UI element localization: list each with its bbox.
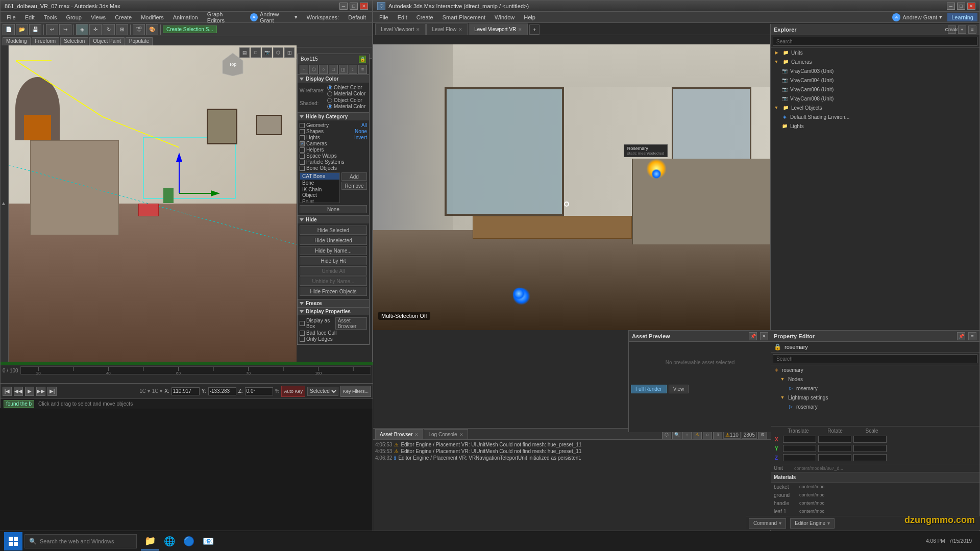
panel-icon-2[interactable]: ⬡ xyxy=(309,65,318,74)
explorer-search[interactable] xyxy=(773,37,977,46)
bone-list[interactable]: CAT Bone Bone IK Chain Object Point xyxy=(300,172,340,203)
tab-close-1[interactable]: ✕ xyxy=(416,27,420,32)
shapes-check[interactable]: Shapes xyxy=(300,129,324,134)
taskbar-file-explorer[interactable]: 📁 xyxy=(141,532,159,550)
tab-level-vr[interactable]: Level Viewport VR ✕ xyxy=(469,23,528,35)
create-selection-btn[interactable]: Create Selection S... xyxy=(163,26,217,33)
render-btn[interactable]: 🎬 xyxy=(133,24,145,35)
prop-tree-root[interactable]: ◈ rosemary xyxy=(771,365,979,374)
save-btn[interactable]: 💾 xyxy=(29,24,41,35)
move-btn[interactable]: ✛ xyxy=(89,24,102,35)
menu-views[interactable]: Views xyxy=(87,13,110,21)
bone-item-ik[interactable]: IK Chain Object xyxy=(300,186,339,198)
lights-checkbox[interactable] xyxy=(300,135,305,140)
menu-create[interactable]: Create xyxy=(111,13,136,21)
geometry-checkbox[interactable] xyxy=(300,123,305,128)
lights-check[interactable]: Lights xyxy=(300,135,320,140)
hide-unselected-btn[interactable]: Hide Unselected xyxy=(300,236,367,245)
none-bone-btn[interactable]: None xyxy=(300,205,367,213)
full-render-btn[interactable]: Full Render xyxy=(631,385,667,393)
helpers-checkbox[interactable] xyxy=(300,147,305,153)
tree-item-cam4[interactable]: 📷 VrayCam008 (Unit) xyxy=(771,94,979,103)
tree-item-lights[interactable]: 📁 Lights xyxy=(771,121,979,131)
r-menu-edit[interactable]: Edit xyxy=(394,13,411,21)
right-maximize-btn[interactable]: □ xyxy=(957,3,965,10)
tab-level-viewport[interactable]: Level Viewport ✕ xyxy=(375,23,426,35)
particle-check[interactable]: Particle Systems xyxy=(300,159,344,165)
explorer-menu-btn[interactable]: ≡ xyxy=(968,26,976,34)
panel-icon-5[interactable]: ◫ xyxy=(339,65,348,74)
scale-btn[interactable]: ⊞ xyxy=(116,24,128,35)
translate-y-input[interactable]: 2.591 xyxy=(783,445,816,452)
menu-edit[interactable]: Edit xyxy=(21,13,39,21)
tab-level-flow[interactable]: Level Flow ✕ xyxy=(426,23,468,35)
scale-x-input[interactable]: 0.8733 xyxy=(853,436,887,443)
right-minimize-btn[interactable]: ─ xyxy=(947,3,955,10)
vp-wireframe-btn[interactable]: □ xyxy=(251,47,261,58)
panel-icon-1[interactable]: + xyxy=(300,65,308,74)
log-tab-close[interactable]: ✕ xyxy=(459,432,463,437)
minimize-button[interactable]: ─ xyxy=(339,3,348,10)
freeform-btn[interactable]: Freeform xyxy=(32,37,60,46)
windows-start-btn[interactable] xyxy=(4,532,22,550)
freeze-header[interactable]: Freeze xyxy=(298,299,369,307)
bone-item-bone[interactable]: Bone xyxy=(300,180,339,186)
bottom-tab-log[interactable]: Log Console ✕ xyxy=(424,429,468,439)
hide-by-hit-btn[interactable]: Hide by Hit xyxy=(300,256,367,265)
add-bone-btn[interactable]: Add xyxy=(341,172,367,181)
new-btn[interactable]: 📄 xyxy=(3,24,15,35)
menu-modifiers[interactable]: Modifiers xyxy=(137,13,168,21)
hide-frozen-btn[interactable]: Hide Frozen Objects xyxy=(300,287,367,296)
menu-tools[interactable]: Tools xyxy=(40,13,61,21)
menu-animation[interactable]: Animation xyxy=(169,13,202,21)
prev-key-btn[interactable]: ◀◀ xyxy=(14,387,23,396)
translate-x-input[interactable]: -1.34 xyxy=(783,436,816,443)
r-menu-smart[interactable]: Smart Placement xyxy=(438,13,489,21)
key-filters-btn[interactable]: Key Filters... xyxy=(340,386,371,397)
display-color-header[interactable]: Display Color xyxy=(298,74,369,83)
shaded-option-2[interactable]: Material Color xyxy=(327,104,365,109)
shapes-checkbox[interactable] xyxy=(300,129,305,134)
geometry-check[interactable]: Geometry xyxy=(300,122,329,128)
radio-obj-color-1[interactable] xyxy=(327,85,332,90)
tab-close-2[interactable]: ✕ xyxy=(458,27,462,32)
tree-item-cameras[interactable]: ▼ 📁 Cameras xyxy=(771,57,979,66)
radio-mat-color-1[interactable] xyxy=(327,91,332,96)
shaded-option-1[interactable]: Object Color xyxy=(327,97,365,103)
next-key-btn[interactable]: ▶▶ xyxy=(36,387,45,396)
bottom-tab-asset[interactable]: Asset Browser ✕ xyxy=(375,429,423,439)
menu-group[interactable]: Group xyxy=(62,13,86,21)
modeling-btn[interactable]: Modeling xyxy=(3,37,31,46)
shapes-none-btn[interactable]: None xyxy=(355,129,367,134)
prop-tree-node-item[interactable]: ▷ rosemary xyxy=(771,384,979,393)
rotate-btn[interactable]: ↻ xyxy=(103,24,115,35)
spacewarps-checkbox[interactable] xyxy=(300,154,305,159)
tree-item-level-objects[interactable]: ▼ 📁 Level Objects xyxy=(771,103,979,112)
bone-objects-checkbox[interactable] xyxy=(300,166,305,171)
r-user-account[interactable]: A Andrew Grant ▾ xyxy=(888,12,946,22)
wireframe-option-2[interactable]: Material Color xyxy=(327,91,365,96)
geometry-all-btn[interactable]: All xyxy=(361,122,367,128)
wireframe-option-1[interactable]: Object Color xyxy=(327,85,365,90)
play-btn[interactable]: ▶ xyxy=(25,387,34,396)
tab-close-3[interactable]: ✕ xyxy=(518,27,522,32)
left-viewport[interactable]: [+][Perspective][Standard][Default Shadi… xyxy=(1,45,297,362)
backface-cull-checkbox[interactable] xyxy=(300,331,305,336)
edges-only-row[interactable]: Only Edges xyxy=(300,336,367,342)
vp-render-btn[interactable]: ⬡ xyxy=(273,47,283,58)
menu-file[interactable]: File xyxy=(3,13,20,21)
prop-search-input[interactable] xyxy=(773,354,977,363)
spacewarps-check[interactable]: Space Warps xyxy=(300,153,337,159)
vp-camera-btn[interactable]: 📷 xyxy=(262,47,272,58)
prop-editor-pin-btn[interactable]: 📌 xyxy=(957,332,965,340)
object-paint-btn[interactable]: Object Paint xyxy=(89,37,124,46)
vp-toggle-btn[interactable]: ◫ xyxy=(284,47,295,58)
panel-icon-3[interactable]: ○ xyxy=(319,65,328,74)
unhide-by-name-btn[interactable]: Unhide by Name... xyxy=(300,277,367,286)
command-btn[interactable]: Command ▾ xyxy=(749,518,786,529)
backface-cull-row[interactable]: Bad face Cull xyxy=(300,330,367,336)
taskbar-edge[interactable]: 🌐 xyxy=(160,532,179,550)
asset-preview-close-btn[interactable]: ✕ xyxy=(760,332,768,340)
auto-key-btn[interactable]: Auto Key xyxy=(281,386,305,397)
r-menu-window[interactable]: Window xyxy=(491,13,519,21)
